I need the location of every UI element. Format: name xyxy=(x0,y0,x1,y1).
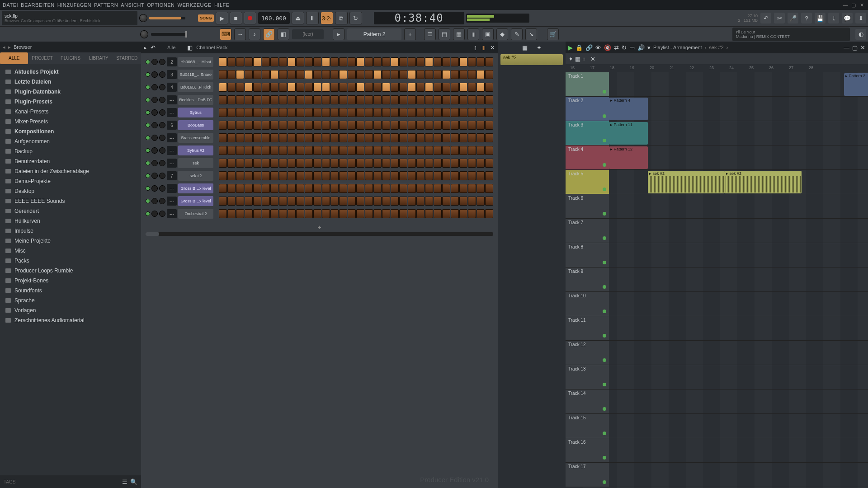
step-button[interactable] xyxy=(468,146,476,155)
step-button[interactable] xyxy=(451,146,459,155)
step-button[interactable] xyxy=(305,209,313,218)
track-mute-led[interactable] xyxy=(603,163,606,167)
channel-mute-led[interactable] xyxy=(146,85,150,89)
step-button[interactable] xyxy=(253,159,261,168)
channel-vol-knob[interactable] xyxy=(159,84,165,90)
channel-mixer-track[interactable]: --- xyxy=(167,108,177,117)
track-lane[interactable] xyxy=(609,316,868,341)
record-button[interactable] xyxy=(244,12,256,24)
step-button[interactable] xyxy=(339,197,347,206)
step-button[interactable] xyxy=(476,133,485,142)
step-button[interactable] xyxy=(468,121,476,130)
channel-name-button[interactable]: Hh006B_…Hihat xyxy=(178,57,213,67)
step-button[interactable] xyxy=(476,146,485,155)
chat-icon[interactable]: 💬 xyxy=(842,13,853,23)
step-button[interactable] xyxy=(236,146,244,155)
step-button[interactable] xyxy=(459,57,467,66)
cr-back-icon[interactable]: ▸ xyxy=(144,45,147,51)
export-icon[interactable]: ⤓ xyxy=(828,13,839,23)
channel-name-button[interactable]: Reckles…DnB FG xyxy=(178,95,213,105)
metronome-button[interactable]: ⏏ xyxy=(292,12,304,24)
step-button[interactable] xyxy=(391,108,399,117)
pitch-knob[interactable] xyxy=(140,30,148,38)
pl-close-icon[interactable]: ✕ xyxy=(860,45,865,51)
step-button[interactable] xyxy=(313,108,321,117)
step-button[interactable] xyxy=(227,57,236,66)
step-button[interactable] xyxy=(425,209,433,218)
channel-rack-scrollbar[interactable] xyxy=(146,232,493,236)
step-button[interactable] xyxy=(485,83,493,92)
step-button[interactable] xyxy=(288,121,296,130)
channel-name-button[interactable]: BooBass xyxy=(178,120,213,130)
song-info-panel[interactable]: I'll Be Your Madonna | REMIX CONTEST xyxy=(732,28,850,41)
step-button[interactable] xyxy=(296,184,304,193)
track-header[interactable]: Track 14 xyxy=(566,389,609,414)
step-button[interactable] xyxy=(408,159,416,168)
step-button[interactable] xyxy=(408,133,416,142)
step-button[interactable] xyxy=(253,184,261,193)
step-button[interactable] xyxy=(408,57,416,66)
browser-item[interactable]: Plugin-Presets xyxy=(0,97,141,107)
step-button[interactable] xyxy=(219,184,227,193)
step-button[interactable] xyxy=(236,70,244,79)
step-button[interactable] xyxy=(416,133,425,142)
tempo-tap-button[interactable]: ✎ xyxy=(511,28,523,40)
step-button[interactable] xyxy=(365,171,373,180)
track-lane[interactable] xyxy=(609,243,868,267)
step-button[interactable] xyxy=(253,209,261,218)
step-button[interactable] xyxy=(373,184,382,193)
step-button[interactable] xyxy=(442,83,450,92)
step-button[interactable] xyxy=(236,171,244,180)
step-button[interactable] xyxy=(313,184,321,193)
step-button[interactable] xyxy=(468,159,476,168)
stop-button[interactable]: ■ xyxy=(230,12,242,24)
step-button[interactable] xyxy=(288,133,296,142)
save-icon[interactable]: 💾 xyxy=(815,13,826,23)
step-button[interactable] xyxy=(425,108,433,117)
channel-mixer-track[interactable]: 6 xyxy=(167,121,177,130)
step-button[interactable] xyxy=(442,121,450,130)
step-button[interactable] xyxy=(227,108,236,117)
channel-name-button[interactable]: Gross B…x level xyxy=(178,196,213,206)
step-button[interactable] xyxy=(476,159,485,168)
channel-mute-led[interactable] xyxy=(146,110,150,115)
browser-item[interactable]: Benutzerdaten xyxy=(0,156,141,166)
step-button[interactable] xyxy=(279,57,287,66)
step-button[interactable] xyxy=(330,133,339,142)
step-button[interactable] xyxy=(262,133,270,142)
channel-vol-knob[interactable] xyxy=(159,71,165,78)
track-header[interactable]: Track 15 xyxy=(566,414,609,438)
track-mute-led[interactable] xyxy=(603,236,606,240)
step-button[interactable] xyxy=(236,184,244,193)
step-button[interactable] xyxy=(330,146,339,155)
playlist-clip[interactable]: ▸ sek #2 xyxy=(725,171,802,193)
step-button[interactable] xyxy=(339,159,347,168)
step-button[interactable] xyxy=(476,184,485,193)
track-lane[interactable] xyxy=(609,414,868,438)
track-header[interactable]: Track 8 xyxy=(566,243,609,267)
step-button[interactable] xyxy=(451,95,459,104)
step-button[interactable] xyxy=(296,121,304,130)
step-button[interactable] xyxy=(236,83,244,92)
typing-keyboard-button[interactable]: ⌨ xyxy=(220,28,231,40)
track-header[interactable]: Track 6 xyxy=(566,194,609,219)
step-button[interactable] xyxy=(313,57,321,66)
track-lane[interactable] xyxy=(609,72,868,97)
step-button[interactable] xyxy=(219,133,227,142)
step-button[interactable] xyxy=(322,197,330,206)
tempo-display[interactable]: 100.000 xyxy=(258,12,290,24)
step-button[interactable] xyxy=(459,121,467,130)
step-button[interactable] xyxy=(270,171,278,180)
midi-out-button[interactable]: ◧ xyxy=(278,28,289,40)
step-button[interactable] xyxy=(313,209,321,218)
step-button[interactable] xyxy=(288,159,296,168)
step-button[interactable] xyxy=(348,184,356,193)
step-button[interactable] xyxy=(339,133,347,142)
browser-item[interactable]: Soundfonts xyxy=(0,286,141,296)
step-button[interactable] xyxy=(296,133,304,142)
step-button[interactable] xyxy=(391,95,399,104)
step-button[interactable] xyxy=(373,121,382,130)
step-button[interactable] xyxy=(348,95,356,104)
song-mode-toggle[interactable]: SONG xyxy=(198,14,214,22)
step-button[interactable] xyxy=(451,83,459,92)
